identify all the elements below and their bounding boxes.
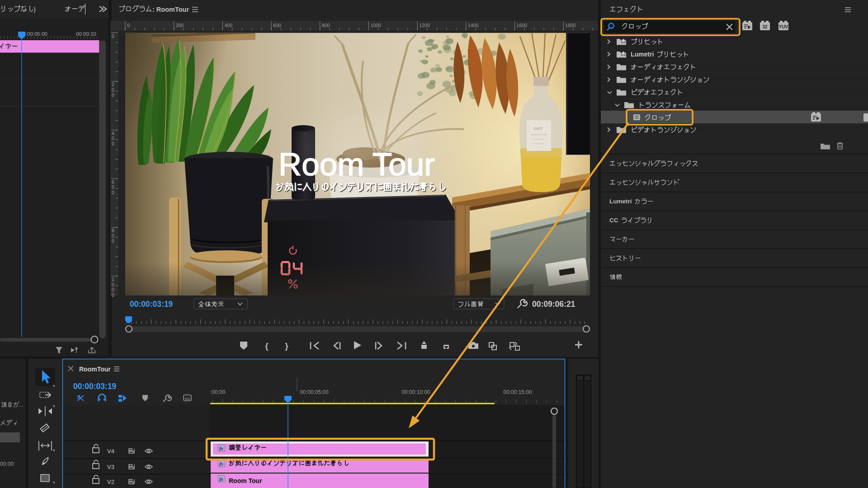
svg-text:800: 800 <box>322 23 330 28</box>
svg-text:CC: CC <box>609 217 618 224</box>
svg-text:0: 0 <box>112 292 114 298</box>
svg-text:V4: V4 <box>107 448 114 455</box>
svg-text:8: 8 <box>112 228 114 233</box>
svg-text:Room Tour: Room Tour <box>278 146 435 182</box>
svg-text:0: 0 <box>112 282 114 287</box>
svg-text::00:00: :00:00 <box>210 389 226 395</box>
svg-text:RoomTour: RoomTour <box>79 366 111 373</box>
svg-text:): ) <box>33 6 36 13</box>
svg-text:Lumetri: Lumetri <box>631 51 654 58</box>
svg-text:0: 0 <box>112 141 114 146</box>
svg-text:V2: V2 <box>107 479 114 485</box>
svg-text:0: 0 <box>127 23 130 28</box>
svg-text:00:00:05:00: 00:00:05:00 <box>300 389 329 395</box>
svg-text:0: 0 <box>112 92 114 98</box>
svg-text:00:00:10:00: 00:00:10:00 <box>401 389 430 395</box>
svg-text:400: 400 <box>224 23 232 28</box>
svg-text:4: 4 <box>112 131 114 136</box>
svg-text:fx: fx <box>219 477 223 482</box>
svg-text:0: 0 <box>112 184 114 190</box>
svg-text:1000: 1000 <box>371 23 382 28</box>
svg-text:YUV: YUV <box>779 24 788 29</box>
svg-text:0: 0 <box>112 87 114 93</box>
svg-text:00:00:15:00: 00:00:15:00 <box>503 389 532 395</box>
svg-text:fx: fx <box>219 461 223 466</box>
svg-text:00:00:03:19: 00:00:03:19 <box>73 382 117 391</box>
svg-text:}: } <box>285 341 288 351</box>
svg-text:1600: 1600 <box>517 23 528 28</box>
svg-text:0: 0 <box>112 33 114 39</box>
svg-text:fx: fx <box>219 446 223 451</box>
svg-text:0: 0 <box>112 238 114 244</box>
svg-text:00:00:03:19: 00:00:03:19 <box>130 300 173 309</box>
svg-text:CULTI: CULTI <box>533 127 542 130</box>
svg-text:1400: 1400 <box>468 23 479 28</box>
svg-text:1200: 1200 <box>419 23 430 28</box>
svg-text:00:09:06:21: 00:09:06:21 <box>532 300 576 309</box>
svg-text:32: 32 <box>762 24 768 29</box>
svg-text:Room Tour: Room Tour <box>229 477 262 484</box>
svg-text:0: 0 <box>112 287 114 292</box>
svg-text:{: { <box>265 341 268 351</box>
svg-text:: RoomTour: : RoomTour <box>152 6 189 13</box>
svg-text:200: 200 <box>176 23 184 28</box>
svg-text:600: 600 <box>273 23 281 28</box>
svg-text:V3: V3 <box>107 464 114 470</box>
svg-text:00:00:10: 00:00:10 <box>76 31 96 37</box>
svg-text:1800: 1800 <box>565 23 576 28</box>
svg-text:0: 0 <box>112 233 114 239</box>
svg-text:6: 6 <box>112 179 114 185</box>
svg-text:Lumetri: Lumetri <box>609 198 632 205</box>
svg-text:0: 0 <box>112 136 114 141</box>
svg-text:1: 1 <box>112 277 114 282</box>
svg-text:2: 2 <box>112 82 114 87</box>
svg-text:...: ... <box>19 402 23 408</box>
svg-text:CC: CC <box>185 397 190 401</box>
svg-text:00:00:: 00:00: <box>0 461 15 467</box>
svg-text:0: 0 <box>112 190 114 195</box>
